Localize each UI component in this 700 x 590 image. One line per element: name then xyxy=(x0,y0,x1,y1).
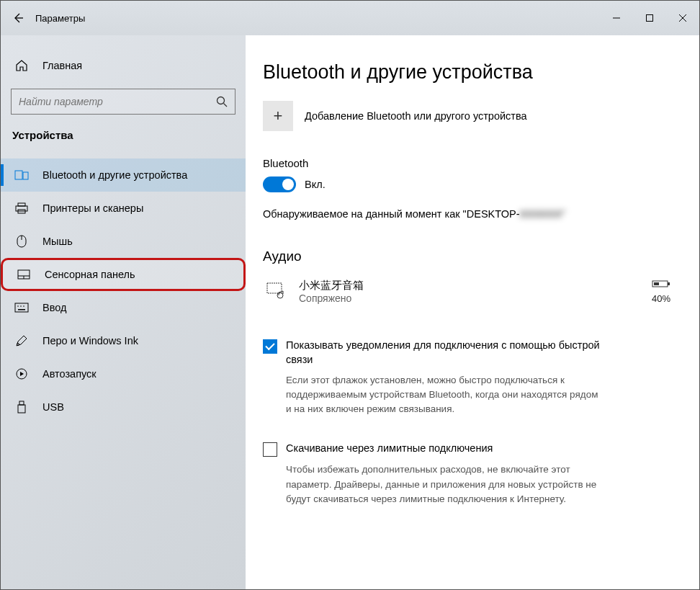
audio-section-title: Аудио xyxy=(263,249,670,264)
home-icon xyxy=(14,59,30,72)
plus-icon: + xyxy=(263,101,293,131)
swift-pair-hint: Если этот флажок установлен, можно быстр… xyxy=(286,373,603,417)
add-device-button[interactable]: + Добавление Bluetooth или другого устро… xyxy=(263,101,670,131)
toggle-state: Вкл. xyxy=(305,179,326,190)
audio-device-row[interactable]: 小米蓝牙音箱 Сопряжено 40% xyxy=(263,274,670,308)
metered-label: Скачивание через лимитные подключения xyxy=(286,441,493,455)
minimize-button[interactable] xyxy=(600,1,633,35)
svg-rect-29 xyxy=(654,282,659,285)
metered-checkbox[interactable] xyxy=(263,442,277,457)
add-label: Добавление Bluetooth или другого устройс… xyxy=(305,110,527,122)
sidebar-home[interactable]: Главная xyxy=(1,50,246,81)
svg-rect-28 xyxy=(668,282,670,285)
svg-rect-23 xyxy=(19,401,24,405)
svg-rect-16 xyxy=(15,303,28,312)
battery-icon xyxy=(652,279,670,289)
metered-hint: Чтобы избежать дополнительных расходов, … xyxy=(286,462,603,506)
window-title: Параметры xyxy=(35,13,85,24)
svg-rect-24 xyxy=(18,405,25,413)
swift-pair-checkbox[interactable] xyxy=(263,339,277,354)
page-title: Bluetooth и другие устройства xyxy=(263,61,670,84)
svg-point-21 xyxy=(17,344,19,346)
svg-rect-8 xyxy=(18,203,25,206)
svg-rect-7 xyxy=(23,172,28,179)
search-input[interactable] xyxy=(19,96,216,107)
mouse-icon xyxy=(14,235,30,248)
nav-label: Ввод xyxy=(42,302,66,313)
sidebar-item-printers[interactable]: Принтеры и сканеры xyxy=(1,192,246,225)
svg-rect-9 xyxy=(16,206,27,211)
sidebar-item-touchpad[interactable]: Сенсорная панель xyxy=(1,258,246,291)
devices-icon xyxy=(14,169,30,181)
svg-point-17 xyxy=(17,305,19,307)
sidebar-item-autoplay[interactable]: Автозапуск xyxy=(1,357,246,390)
maximize-button[interactable] xyxy=(633,1,666,35)
close-button[interactable] xyxy=(666,1,699,35)
nav-label: Автозапуск xyxy=(42,368,97,380)
svg-rect-1 xyxy=(647,15,653,22)
bluetooth-toggle[interactable] xyxy=(263,176,296,192)
battery-percent: 40% xyxy=(652,293,670,304)
device-name: 小米蓝牙音箱 xyxy=(299,279,652,292)
audio-device-icon xyxy=(263,277,290,305)
svg-rect-20 xyxy=(18,309,25,310)
svg-point-18 xyxy=(20,305,22,307)
home-label: Главная xyxy=(42,60,82,71)
search-icon xyxy=(216,96,228,107)
nav-label: Сенсорная панель xyxy=(45,269,135,280)
swift-pair-label: Показывать уведомления для подключения с… xyxy=(286,338,603,367)
titlebar: Параметры xyxy=(1,1,699,35)
search-box[interactable] xyxy=(11,89,235,115)
sidebar-item-mouse[interactable]: Мышь xyxy=(1,225,246,258)
device-status: Сопряжено xyxy=(299,292,652,304)
main-content: Bluetooth и другие устройства + Добавлен… xyxy=(246,35,699,589)
sidebar-item-bluetooth[interactable]: Bluetooth и другие устройства xyxy=(1,158,246,192)
nav-label: Мышь xyxy=(42,236,73,247)
printer-icon xyxy=(14,202,30,214)
sidebar-item-pen[interactable]: Перо и Windows Ink xyxy=(1,324,246,357)
nav-label: Принтеры и сканеры xyxy=(42,202,143,214)
usb-icon xyxy=(14,401,30,414)
sidebar-item-typing[interactable]: Ввод xyxy=(1,291,246,324)
nav-label: USB xyxy=(42,401,64,413)
svg-point-19 xyxy=(23,305,24,307)
pen-icon xyxy=(14,334,30,347)
svg-rect-25 xyxy=(267,283,282,293)
back-button[interactable] xyxy=(1,1,35,35)
bluetooth-label: Bluetooth xyxy=(263,157,670,169)
sidebar-section: Устройства xyxy=(1,125,246,153)
nav-label: Перо и Windows Ink xyxy=(42,335,138,347)
autoplay-icon xyxy=(14,367,30,380)
keyboard-icon xyxy=(14,303,30,313)
discoverable-text: Обнаруживаемое на данный момент как "DES… xyxy=(263,208,670,220)
sidebar: Главная Устройства Bluetooth и другие ус… xyxy=(1,35,246,589)
svg-rect-6 xyxy=(15,171,22,179)
nav-label: Bluetooth и другие устройства xyxy=(42,169,187,181)
svg-point-4 xyxy=(217,97,225,104)
svg-line-5 xyxy=(224,104,228,107)
touchpad-icon xyxy=(16,269,32,280)
sidebar-item-usb[interactable]: USB xyxy=(1,390,246,424)
